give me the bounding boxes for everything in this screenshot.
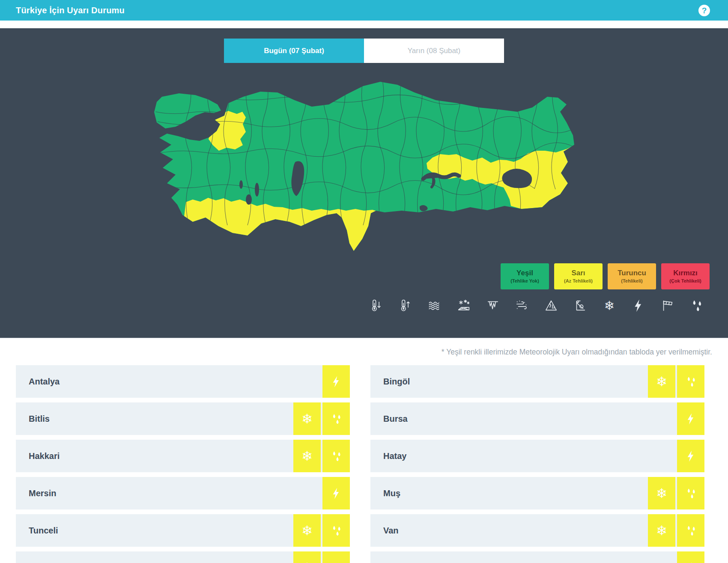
thunderstorm-warning-cell	[322, 365, 350, 398]
thunderstorm-warning-cell	[677, 440, 704, 472]
rain-warning-cell	[677, 365, 704, 398]
legend-red-label: Kırmızı	[673, 268, 698, 278]
snow-warning-cell: ❄	[648, 514, 675, 547]
table-row[interactable]: Mersin	[16, 477, 350, 509]
province-name: Hakkari	[16, 440, 293, 472]
avalanche-icon	[544, 298, 558, 313]
snow-warning-cell: ❄	[293, 514, 321, 547]
warning-cells: ❄	[648, 365, 704, 398]
snow-warning-cell: ❄	[293, 551, 321, 563]
warning-cells: ❄	[648, 477, 704, 509]
legend-green-label: Yeşil	[516, 268, 533, 278]
green-provinces-note: * Yeşil renkli illerimizde Meteorolojik …	[0, 348, 712, 357]
agricultural-frost-icon	[457, 298, 471, 313]
warning-cells	[677, 402, 704, 435]
rain-warning-cell	[322, 551, 350, 563]
legend-green: Yeşil (Tehlike Yok)	[501, 263, 549, 289]
table-row[interactable]: Tunceli❄	[16, 514, 350, 547]
table-row[interactable]: Bursa	[370, 402, 704, 435]
table-row[interactable]: Van❄	[370, 514, 704, 547]
legend-orange: Turuncu (Tehlikeli)	[608, 263, 656, 289]
legend-yellow-label: Sarı	[571, 268, 585, 278]
warning-cells	[677, 440, 704, 472]
warning-legend: Yeşil (Tehlike Yok) Sarı (Az Tehlikeli) …	[501, 263, 710, 289]
province-name: Antalya	[16, 365, 322, 398]
rain-warning-cell	[322, 514, 350, 547]
warning-cells: ❄	[648, 514, 704, 547]
snow-warning-cell: ❄	[293, 402, 321, 435]
legend-orange-sublabel: (Tehlikeli)	[621, 278, 643, 284]
thunderstorm-icon	[632, 298, 645, 313]
snow-warning-cell: ❄	[648, 365, 675, 398]
province-name: Bingöl	[370, 365, 648, 398]
legend-red: Kırmızı (Çok Tehlikeli)	[661, 263, 710, 289]
thunderstorm-warning-cell	[677, 551, 704, 563]
tab-tomorrow[interactable]: Yarın (08 Şubat)	[364, 39, 504, 63]
table-row[interactable]: Antalya	[16, 365, 350, 398]
province-name: Muş	[370, 477, 648, 509]
province-name: Tunceli	[16, 514, 293, 547]
warning-cells: ❄	[293, 514, 350, 547]
day-tabs: Bugün (07 Şubat) Yarın (08 Şubat)	[224, 39, 504, 63]
map-panel: Bugün (07 Şubat) Yarın (08 Şubat)	[0, 28, 728, 338]
snow-warning-cell: ❄	[648, 477, 675, 509]
snow-warning-cell: ❄	[293, 440, 321, 472]
legend-yellow-sublabel: (Az Tehlikeli)	[564, 278, 593, 284]
province-name: Bitlis	[16, 402, 293, 435]
thunderstorm-warning-cell	[677, 402, 704, 435]
warning-cells	[677, 551, 704, 563]
table-row[interactable]: Bitlis❄	[16, 402, 350, 435]
snow-icon: ❄	[603, 298, 616, 313]
table-row[interactable]: Hakkari❄	[16, 440, 350, 472]
province-name: Bursa	[370, 402, 677, 435]
table-column-right: Bingöl❄ Bursa Hatay Muş❄ Van❄ Yalova	[370, 365, 704, 563]
blowing-snow-icon	[515, 298, 529, 313]
high-temperature-icon	[399, 298, 412, 313]
warning-cells	[322, 477, 350, 509]
rockfall-icon	[573, 298, 587, 313]
rain-warning-cell	[322, 440, 350, 472]
rough-sea-icon	[428, 298, 442, 313]
legend-green-sublabel: (Tehlike Yok)	[510, 278, 539, 284]
table-row[interactable]: Bingöl❄	[370, 365, 704, 398]
warning-cells: ❄	[293, 440, 350, 472]
warning-cells: ❄	[293, 402, 350, 435]
turkey-map[interactable]	[145, 71, 576, 259]
table-row[interactable]: Şırnak❄	[16, 551, 350, 563]
warning-table: Antalya Bitlis❄ Hakkari❄ Mersin Tunceli❄…	[16, 365, 704, 563]
table-column-left: Antalya Bitlis❄ Hakkari❄ Mersin Tunceli❄…	[16, 365, 350, 563]
tab-today[interactable]: Bugün (07 Şubat)	[224, 39, 364, 63]
warning-cells: ❄	[293, 551, 350, 563]
page-header: Türkiye İçin Uyarı Durumu ?	[0, 0, 728, 21]
rain-icon	[690, 298, 704, 313]
province-name: Van	[370, 514, 648, 547]
table-row[interactable]: Muş❄	[370, 477, 704, 509]
thunderstorm-warning-cell	[322, 477, 350, 509]
table-row[interactable]: Yalova	[370, 551, 704, 563]
page-title: Türkiye İçin Uyarı Durumu	[16, 6, 125, 15]
warning-icons-row: ❄	[370, 297, 704, 314]
legend-yellow: Sarı (Az Tehlikeli)	[554, 263, 603, 289]
icing-icon	[486, 298, 500, 313]
thrace-landmass	[154, 93, 221, 128]
legend-red-sublabel: (Çok Tehlikeli)	[669, 278, 701, 284]
province-name: Şırnak	[16, 551, 293, 563]
rain-warning-cell	[677, 514, 704, 547]
province-name: Mersin	[16, 477, 322, 509]
help-icon[interactable]: ?	[698, 5, 710, 16]
province-name: Hatay	[370, 440, 677, 472]
warning-cells	[322, 365, 350, 398]
rain-warning-cell	[677, 477, 704, 509]
rain-warning-cell	[322, 402, 350, 435]
table-row[interactable]: Hatay	[370, 440, 704, 472]
province-name: Yalova	[370, 551, 677, 563]
legend-orange-label: Turuncu	[618, 268, 646, 278]
wind-icon	[661, 298, 674, 313]
low-temperature-icon	[370, 298, 383, 313]
